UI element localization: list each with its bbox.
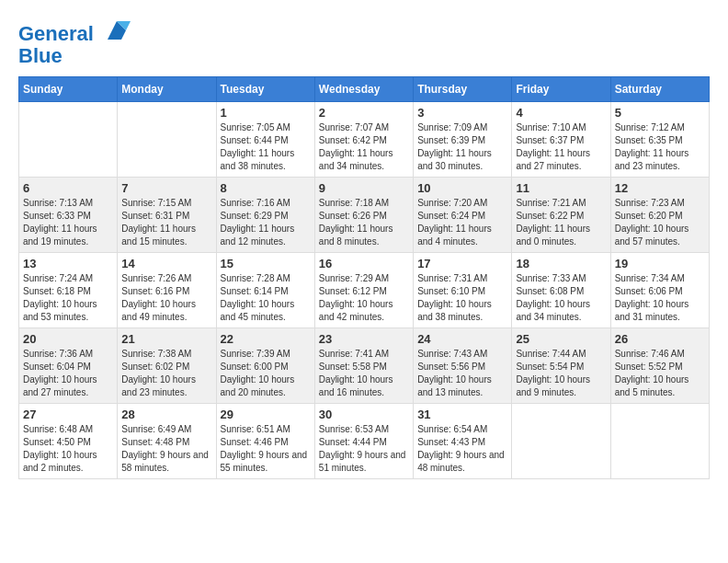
calendar-cell: 18Sunrise: 7:33 AM Sunset: 6:08 PM Dayli… (512, 253, 610, 328)
calendar-cell: 6Sunrise: 7:13 AM Sunset: 6:33 PM Daylig… (19, 178, 118, 253)
calendar-cell: 10Sunrise: 7:20 AM Sunset: 6:24 PM Dayli… (414, 178, 512, 253)
day-of-week-header: Friday (512, 77, 610, 102)
calendar-cell: 15Sunrise: 7:28 AM Sunset: 6:14 PM Dayli… (216, 253, 314, 328)
day-number: 11 (516, 181, 606, 195)
calendar-cell: 26Sunrise: 7:46 AM Sunset: 5:52 PM Dayli… (610, 328, 709, 404)
day-info: Sunrise: 6:53 AM Sunset: 4:44 PM Dayligh… (319, 423, 409, 475)
day-of-week-header: Tuesday (216, 77, 314, 102)
calendar-cell (512, 404, 610, 479)
day-of-week-header: Wednesday (314, 77, 413, 102)
day-number: 31 (417, 408, 507, 421)
day-number: 7 (121, 181, 211, 195)
day-info: Sunrise: 7:20 AM Sunset: 6:24 PM Dayligh… (417, 197, 507, 248)
calendar-cell: 28Sunrise: 6:49 AM Sunset: 4:48 PM Dayli… (118, 404, 216, 479)
day-number: 9 (319, 181, 409, 195)
week-row: 6Sunrise: 7:13 AM Sunset: 6:33 PM Daylig… (19, 178, 710, 253)
calendar-header-row: SundayMondayTuesdayWednesdayThursdayFrid… (19, 77, 710, 102)
day-of-week-header: Sunday (19, 77, 118, 102)
day-number: 8 (221, 181, 311, 195)
calendar-cell: 19Sunrise: 7:34 AM Sunset: 6:06 PM Dayli… (610, 253, 709, 328)
day-number: 26 (615, 332, 705, 346)
day-number: 24 (417, 332, 507, 346)
day-info: Sunrise: 7:13 AM Sunset: 6:33 PM Dayligh… (23, 197, 113, 248)
day-info: Sunrise: 7:09 AM Sunset: 6:39 PM Dayligh… (417, 121, 507, 173)
calendar-cell: 14Sunrise: 7:26 AM Sunset: 6:16 PM Dayli… (118, 253, 216, 328)
day-info: Sunrise: 7:24 AM Sunset: 6:18 PM Dayligh… (23, 272, 113, 324)
day-number: 28 (121, 408, 211, 421)
calendar-cell: 16Sunrise: 7:29 AM Sunset: 6:12 PM Dayli… (314, 253, 413, 328)
calendar-cell: 12Sunrise: 7:23 AM Sunset: 6:20 PM Dayli… (610, 178, 709, 253)
calendar-cell: 17Sunrise: 7:31 AM Sunset: 6:10 PM Dayli… (414, 253, 512, 328)
week-row: 1Sunrise: 7:05 AM Sunset: 6:44 PM Daylig… (19, 102, 710, 178)
day-number: 4 (516, 106, 606, 120)
day-number: 1 (221, 106, 311, 120)
day-info: Sunrise: 7:23 AM Sunset: 6:20 PM Dayligh… (615, 197, 705, 248)
week-row: 20Sunrise: 7:36 AM Sunset: 6:04 PM Dayli… (19, 328, 710, 404)
day-info: Sunrise: 7:31 AM Sunset: 6:10 PM Dayligh… (417, 272, 507, 324)
calendar-cell: 25Sunrise: 7:44 AM Sunset: 5:54 PM Dayli… (512, 328, 610, 404)
day-number: 5 (615, 106, 705, 120)
day-info: Sunrise: 7:18 AM Sunset: 6:26 PM Dayligh… (319, 197, 409, 248)
day-number: 12 (615, 181, 705, 195)
day-info: Sunrise: 7:43 AM Sunset: 5:56 PM Dayligh… (417, 348, 507, 399)
day-info: Sunrise: 7:16 AM Sunset: 6:29 PM Dayligh… (221, 197, 311, 248)
day-number: 20 (23, 332, 113, 346)
day-number: 15 (221, 257, 311, 270)
day-number: 16 (319, 257, 409, 270)
day-info: Sunrise: 7:38 AM Sunset: 6:02 PM Dayligh… (121, 348, 211, 399)
calendar-cell (118, 102, 216, 178)
calendar-cell: 29Sunrise: 6:51 AM Sunset: 4:46 PM Dayli… (216, 404, 314, 479)
calendar-cell (610, 404, 709, 479)
calendar-cell (19, 102, 118, 178)
day-of-week-header: Monday (118, 77, 216, 102)
day-info: Sunrise: 7:44 AM Sunset: 5:54 PM Dayligh… (516, 348, 606, 399)
calendar-cell: 8Sunrise: 7:16 AM Sunset: 6:29 PM Daylig… (216, 178, 314, 253)
logo-blue-text: Blue (18, 45, 131, 67)
week-row: 13Sunrise: 7:24 AM Sunset: 6:18 PM Dayli… (19, 253, 710, 328)
logo: General Blue (18, 23, 131, 67)
day-info: Sunrise: 7:26 AM Sunset: 6:16 PM Dayligh… (121, 272, 211, 324)
calendar-cell: 30Sunrise: 6:53 AM Sunset: 4:44 PM Dayli… (314, 404, 413, 479)
calendar-cell: 9Sunrise: 7:18 AM Sunset: 6:26 PM Daylig… (314, 178, 413, 253)
day-info: Sunrise: 7:29 AM Sunset: 6:12 PM Dayligh… (319, 272, 409, 324)
calendar-cell: 24Sunrise: 7:43 AM Sunset: 5:56 PM Dayli… (414, 328, 512, 404)
day-number: 27 (23, 408, 113, 421)
day-info: Sunrise: 7:39 AM Sunset: 6:00 PM Dayligh… (221, 348, 311, 399)
day-number: 14 (121, 257, 211, 270)
day-info: Sunrise: 7:33 AM Sunset: 6:08 PM Dayligh… (516, 272, 606, 324)
day-number: 29 (221, 408, 311, 421)
calendar-cell: 7Sunrise: 7:15 AM Sunset: 6:31 PM Daylig… (118, 178, 216, 253)
day-info: Sunrise: 7:41 AM Sunset: 5:58 PM Dayligh… (319, 348, 409, 399)
day-info: Sunrise: 7:05 AM Sunset: 6:44 PM Dayligh… (221, 121, 311, 173)
calendar-cell: 22Sunrise: 7:39 AM Sunset: 6:00 PM Dayli… (216, 328, 314, 404)
day-number: 22 (221, 332, 311, 346)
day-info: Sunrise: 6:49 AM Sunset: 4:48 PM Dayligh… (121, 423, 211, 475)
day-number: 6 (23, 181, 113, 195)
page-header: General Blue (18, 18, 710, 67)
day-number: 23 (319, 332, 409, 346)
day-of-week-header: Saturday (610, 77, 709, 102)
calendar-cell: 2Sunrise: 7:07 AM Sunset: 6:42 PM Daylig… (314, 102, 413, 178)
day-number: 19 (615, 257, 705, 270)
calendar-cell: 23Sunrise: 7:41 AM Sunset: 5:58 PM Dayli… (314, 328, 413, 404)
calendar-cell: 11Sunrise: 7:21 AM Sunset: 6:22 PM Dayli… (512, 178, 610, 253)
day-info: Sunrise: 7:34 AM Sunset: 6:06 PM Dayligh… (615, 272, 705, 324)
logo-text: General (18, 23, 131, 45)
day-info: Sunrise: 6:54 AM Sunset: 4:43 PM Dayligh… (417, 423, 507, 475)
day-info: Sunrise: 7:07 AM Sunset: 6:42 PM Dayligh… (319, 121, 409, 173)
calendar-cell: 20Sunrise: 7:36 AM Sunset: 6:04 PM Dayli… (19, 328, 118, 404)
day-info: Sunrise: 7:46 AM Sunset: 5:52 PM Dayligh… (615, 348, 705, 399)
calendar-cell: 4Sunrise: 7:10 AM Sunset: 6:37 PM Daylig… (512, 102, 610, 178)
calendar-cell: 31Sunrise: 6:54 AM Sunset: 4:43 PM Dayli… (414, 404, 512, 479)
calendar-cell: 1Sunrise: 7:05 AM Sunset: 6:44 PM Daylig… (216, 102, 314, 178)
calendar-cell: 27Sunrise: 6:48 AM Sunset: 4:50 PM Dayli… (19, 404, 118, 479)
day-number: 13 (23, 257, 113, 270)
calendar-cell: 3Sunrise: 7:09 AM Sunset: 6:39 PM Daylig… (414, 102, 512, 178)
day-number: 25 (516, 332, 606, 346)
calendar-cell: 13Sunrise: 7:24 AM Sunset: 6:18 PM Dayli… (19, 253, 118, 328)
day-number: 2 (319, 106, 409, 120)
day-info: Sunrise: 7:12 AM Sunset: 6:35 PM Dayligh… (615, 121, 705, 173)
day-number: 17 (417, 257, 507, 270)
day-info: Sunrise: 6:48 AM Sunset: 4:50 PM Dayligh… (23, 423, 113, 475)
day-info: Sunrise: 7:36 AM Sunset: 6:04 PM Dayligh… (23, 348, 113, 399)
